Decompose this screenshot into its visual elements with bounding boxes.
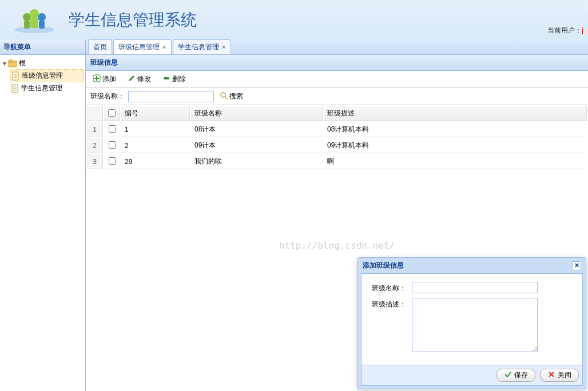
- collapse-icon[interactable]: ▾: [1, 59, 8, 67]
- app-header: 学生信息管理系统 当前用户：j: [0, 0, 588, 40]
- svg-rect-2: [24, 21, 30, 29]
- tree-root[interactable]: ▾ 根: [1, 57, 84, 69]
- row-num: 2: [87, 138, 103, 153]
- col-desc[interactable]: 班级描述: [324, 106, 587, 121]
- tree-root-label: 根: [19, 58, 26, 68]
- svg-rect-8: [9, 60, 13, 62]
- close-icon[interactable]: ✕: [572, 261, 581, 270]
- button-label: 关闭: [558, 370, 571, 380]
- close-icon[interactable]: ✕: [162, 44, 166, 50]
- check-all[interactable]: [108, 109, 116, 117]
- table-row[interactable]: 1108计本08计算机本科: [87, 122, 587, 137]
- nav-title: 导航菜单: [0, 40, 85, 55]
- delete-button[interactable]: 删除: [160, 73, 188, 85]
- svg-point-1: [23, 13, 31, 21]
- button-label: 搜索: [229, 91, 243, 101]
- col-check: [104, 106, 120, 121]
- cell-id: 1: [121, 122, 190, 137]
- tab-label: 班级信息管理: [118, 42, 160, 52]
- tab-label: 首页: [93, 42, 107, 52]
- row-check[interactable]: [109, 141, 116, 149]
- search-icon: [220, 91, 228, 101]
- main-area: 首页 班级信息管理 ✕ 学生信息管理 ✕ 班级信息 添加: [86, 40, 588, 391]
- edit-button[interactable]: 修改: [125, 73, 153, 85]
- current-user-name: j: [582, 26, 583, 34]
- tree-item-class[interactable]: 班级信息管理: [10, 69, 84, 82]
- search-button[interactable]: 搜索: [217, 90, 245, 102]
- tree-item-student[interactable]: 学生信息管理: [10, 82, 84, 94]
- row-check[interactable]: [109, 157, 116, 165]
- svg-rect-20: [164, 77, 169, 79]
- check-icon: [504, 370, 512, 380]
- app-logo: [6, 6, 63, 34]
- dialog-header[interactable]: 添加班级信息 ✕: [358, 258, 586, 273]
- svg-point-21: [221, 93, 225, 97]
- svg-line-22: [225, 97, 227, 99]
- cell-desc: 啊: [324, 154, 587, 169]
- add-dialog: 添加班级信息 ✕ 班级名称： 班级描述： 保存: [357, 257, 586, 389]
- close-button[interactable]: 关闭: [540, 369, 579, 382]
- col-rownum: [87, 106, 103, 121]
- tree-item-label: 学生信息管理: [21, 83, 62, 93]
- add-button[interactable]: 添加: [90, 73, 118, 85]
- dialog-footer: 保存 关闭: [361, 365, 583, 386]
- cell-id: 29: [121, 154, 190, 169]
- app-title: 学生信息管理系统: [69, 9, 197, 31]
- close-icon[interactable]: ✕: [221, 44, 226, 50]
- tab-home[interactable]: 首页: [88, 39, 112, 54]
- button-label: 删除: [172, 74, 186, 84]
- button-label: 修改: [137, 74, 151, 84]
- current-user: 当前用户：j: [547, 26, 583, 35]
- row-num: 1: [87, 122, 103, 137]
- col-name[interactable]: 班级名称: [191, 106, 323, 121]
- toolbar: 添加 修改 删除: [86, 71, 588, 88]
- save-button[interactable]: 保存: [496, 369, 535, 382]
- tab-strip: 首页 班级信息管理 ✕ 学生信息管理 ✕: [86, 40, 588, 55]
- cell-id: 2: [121, 138, 190, 153]
- table-row[interactable]: 329我们的唉啊: [87, 154, 587, 169]
- folder-icon: [8, 59, 17, 68]
- cell-name: 08计本: [191, 122, 323, 137]
- cell-desc: 08计算机本科: [324, 122, 587, 137]
- dialog-title: 添加班级信息: [363, 261, 404, 270]
- x-icon: [547, 370, 555, 380]
- svg-rect-6: [30, 18, 38, 28]
- tab-class[interactable]: 班级信息管理 ✕: [113, 39, 172, 54]
- tab-label: 学生信息管理: [178, 42, 219, 52]
- button-label: 保存: [514, 370, 528, 380]
- svg-point-5: [30, 9, 39, 18]
- class-desc-textarea[interactable]: [412, 298, 538, 352]
- class-name-input[interactable]: [412, 282, 538, 293]
- pencil-icon: [128, 74, 136, 84]
- svg-point-3: [38, 13, 46, 21]
- desc-label: 班级描述：: [372, 298, 412, 352]
- row-check[interactable]: [109, 125, 116, 133]
- minus-icon: [162, 74, 170, 84]
- sidebar: 导航菜单 ▾ 根 班级信息管理: [0, 40, 86, 391]
- cell-name: 我们的唉: [191, 154, 323, 169]
- table-row[interactable]: 2209计本09计算机本科: [87, 138, 587, 153]
- tree-item-label: 班级信息管理: [22, 71, 63, 81]
- cell-desc: 09计算机本科: [324, 138, 587, 153]
- document-icon: [10, 84, 19, 93]
- current-user-label: 当前用户：: [547, 26, 582, 34]
- search-label: 班级名称：: [90, 91, 125, 101]
- watermark: http://blog.csdn.net/: [279, 240, 395, 251]
- svg-rect-4: [39, 21, 45, 29]
- search-bar: 班级名称： 搜索: [86, 88, 588, 105]
- tab-student[interactable]: 学生信息管理 ✕: [173, 39, 231, 54]
- dialog-body: 班级名称： 班级描述：: [361, 273, 583, 365]
- button-label: 添加: [102, 74, 116, 84]
- nav-tree: ▾ 根 班级信息管理 学生信息管理: [0, 55, 85, 97]
- panel-title: 班级信息: [86, 55, 588, 71]
- cell-name: 09计本: [191, 138, 323, 153]
- document-icon: [11, 71, 20, 81]
- col-id[interactable]: 编号: [121, 106, 190, 121]
- row-num: 3: [87, 154, 103, 169]
- plus-icon: [93, 74, 101, 84]
- data-grid: 编号 班级名称 班级描述 1108计本08计算机本科2209计本09计算机本科3…: [86, 105, 588, 170]
- search-input[interactable]: [128, 91, 214, 102]
- name-label: 班级名称：: [372, 282, 412, 293]
